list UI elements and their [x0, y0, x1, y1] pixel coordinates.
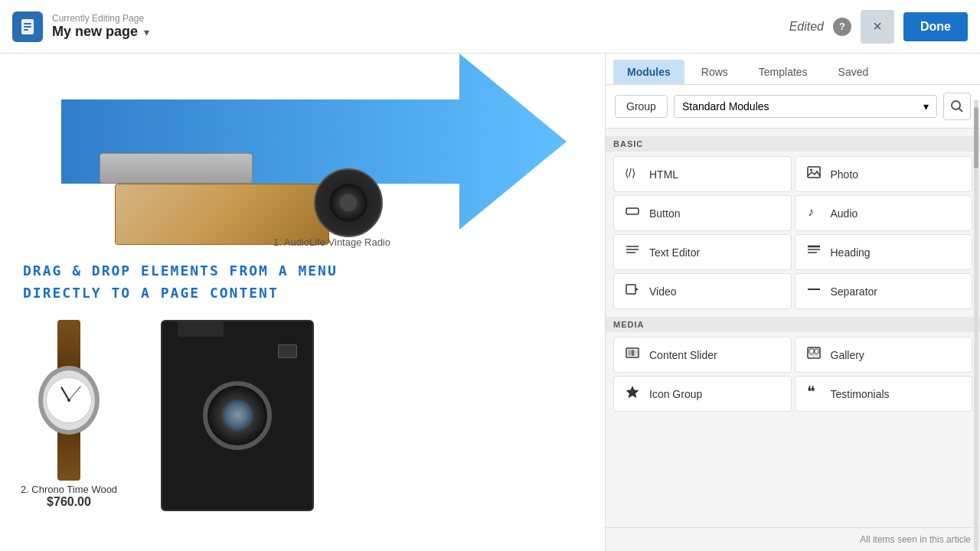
section-basic-label: BASIC	[606, 136, 980, 152]
tab-templates[interactable]: Templates	[745, 60, 822, 84]
panel-bottom-hint: All items seen in this article	[606, 527, 980, 551]
svg-rect-10	[626, 208, 639, 214]
radio-box	[115, 184, 329, 245]
svg-rect-1	[24, 23, 31, 24]
page-name: My new page	[52, 24, 138, 40]
search-icon	[950, 99, 964, 113]
close-button[interactable]: ×	[861, 10, 894, 44]
top-bar: Currently Editing Page My new page ▾ Edi…	[0, 0, 980, 54]
svg-point-5	[952, 101, 960, 109]
page-info: Currently Editing Page My new page ▾	[52, 13, 789, 40]
product-camera	[161, 320, 314, 511]
tab-modules[interactable]: Modules	[613, 60, 684, 84]
svg-text:♪: ♪	[808, 205, 814, 218]
currently-editing-label: Currently Editing Page	[52, 13, 789, 24]
right-panel: Modules Rows Templates Saved Group Stand…	[605, 54, 980, 551]
svg-rect-24	[635, 350, 638, 356]
svg-rect-23	[632, 350, 635, 356]
text-lines-icon	[625, 243, 640, 258]
done-button[interactable]: Done	[903, 12, 968, 41]
module-gallery-label: Gallery	[831, 349, 864, 361]
module-heading-label: Heading	[831, 246, 871, 259]
module-content-slider-label: Content Slider	[649, 349, 717, 361]
text-editor-icon	[623, 243, 642, 262]
content-slider-icon	[623, 345, 642, 364]
page-dropdown-arrow[interactable]: ▾	[144, 26, 149, 38]
module-audio[interactable]: ♪ Audio	[795, 195, 973, 231]
html-code-icon: ⟨/⟩	[625, 165, 640, 180]
svg-rect-8	[808, 167, 820, 178]
video-icon	[623, 282, 642, 301]
document-icon	[18, 18, 37, 36]
module-audio-label: Audio	[831, 207, 858, 220]
modules-dropdown[interactable]: Standard Modules ▾	[674, 95, 937, 118]
module-text-editor-label: Text Editor	[649, 246, 700, 259]
edited-status: Edited	[789, 20, 824, 34]
radio-image-area	[84, 130, 406, 245]
module-content-slider[interactable]: Content Slider	[613, 337, 792, 373]
module-gallery[interactable]: Gallery	[795, 337, 973, 373]
camera-body	[161, 320, 314, 511]
module-photo-label: Photo	[831, 168, 859, 181]
module-testimonials[interactable]: ❝ Testimonials	[795, 376, 973, 412]
watch-strap-bottom	[57, 427, 80, 481]
svg-rect-22	[628, 350, 631, 356]
camera-grip	[178, 321, 224, 337]
photo-frame-icon	[806, 165, 822, 180]
product-watch: 2. Chrono Time Wood $760.00	[15, 320, 122, 509]
separator-icon	[805, 282, 823, 301]
main-area: 1. AudioLife Vintage Radio DRAG & DROP E…	[0, 54, 980, 551]
section-media-label: MEDIA	[606, 317, 980, 332]
svg-rect-28	[809, 354, 818, 357]
module-photo[interactable]: Photo	[795, 156, 973, 192]
slider-icon	[625, 345, 640, 360]
separator-line-icon	[806, 282, 822, 297]
search-button[interactable]	[943, 93, 971, 120]
module-html-label: HTML	[649, 168, 678, 181]
tab-saved[interactable]: Saved	[825, 60, 883, 84]
module-testimonials-label: Testimonials	[831, 388, 890, 400]
module-button-label: Button	[649, 207, 680, 220]
scroll-thumb[interactable]	[974, 107, 978, 168]
watch-dial	[46, 377, 92, 423]
module-separator-label: Separator	[831, 285, 877, 298]
page-content: 1. AudioLife Vintage Radio DRAG & DROP E…	[0, 54, 605, 551]
group-button[interactable]: Group	[615, 95, 668, 118]
page-icon	[12, 11, 43, 42]
scroll-track	[974, 99, 978, 551]
testimonials-icon: ❝	[805, 384, 823, 403]
module-icon-group[interactable]: Icon Group	[613, 376, 792, 412]
products-area: 2. Chrono Time Wood $760.00	[0, 312, 605, 519]
help-button[interactable]: ?	[833, 18, 851, 36]
tab-rows[interactable]: Rows	[688, 60, 742, 84]
svg-marker-19	[635, 288, 639, 291]
top-bar-right: Edited ? × Done	[789, 10, 968, 44]
close-icon: ×	[873, 18, 882, 35]
svg-rect-18	[626, 285, 635, 294]
drag-drop-text: DRAG & DROP ELEMENTS FROM A MENU DIRECTL…	[0, 253, 605, 312]
svg-text:❝: ❝	[807, 384, 815, 399]
video-play-icon	[625, 282, 640, 297]
vinyl-record	[314, 168, 383, 237]
module-heading[interactable]: Heading	[795, 234, 973, 270]
gallery-icon	[805, 345, 823, 364]
module-separator[interactable]: Separator	[795, 273, 973, 309]
gallery-frames-icon	[806, 345, 822, 360]
module-button[interactable]: Button	[613, 195, 792, 231]
media-modules-grid: Content Slider Gallery	[613, 337, 972, 412]
hero-area: 1. AudioLife Vintage Radio	[0, 54, 605, 253]
watch-case	[38, 366, 100, 435]
module-html[interactable]: ⟨/⟩ HTML	[613, 156, 792, 192]
icon-group-icon	[623, 384, 642, 403]
camera-lens	[203, 381, 272, 450]
module-video-label: Video	[649, 285, 677, 298]
module-video[interactable]: Video	[613, 273, 792, 309]
camera-viewfinder	[278, 344, 297, 358]
svg-rect-2	[24, 26, 31, 28]
camera-lens-inner	[223, 400, 253, 430]
heading-lines-icon	[806, 243, 822, 258]
svg-rect-26	[809, 349, 814, 354]
module-text-editor[interactable]: Text Editor	[613, 234, 792, 270]
audio-note-icon: ♪	[806, 204, 822, 219]
watch-minute-hand	[69, 386, 81, 400]
